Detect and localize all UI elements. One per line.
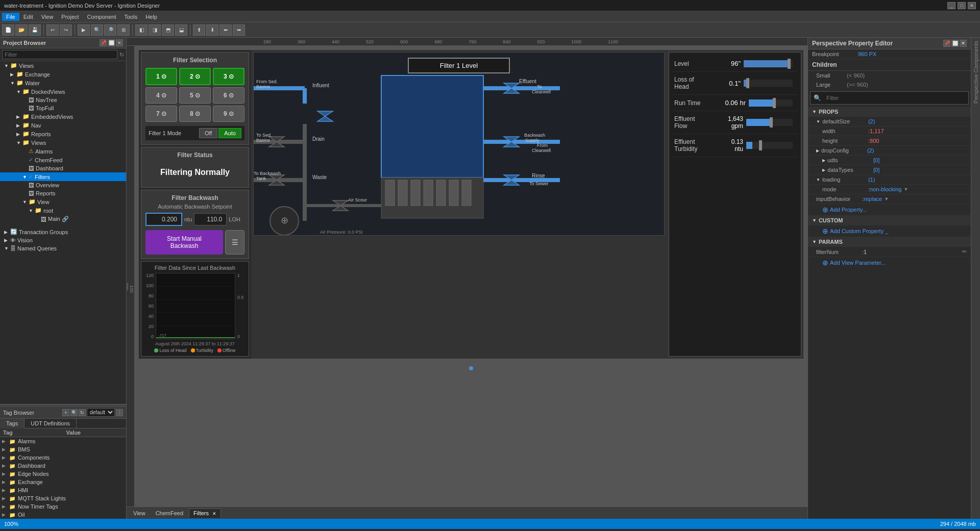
maximize-button[interactable]: □ bbox=[958, 2, 966, 9]
filter-btn-9[interactable]: 9 ⊙ bbox=[213, 106, 244, 122]
menu-edit[interactable]: Edit bbox=[19, 13, 37, 21]
toolbar-undo[interactable]: ↩ bbox=[46, 24, 59, 36]
toolbar-move-down[interactable]: ⬇ bbox=[206, 24, 218, 36]
panel-expand[interactable]: ⬜ bbox=[108, 39, 115, 46]
params-add-view-param-link[interactable]: ⊕ Add View Parameter... bbox=[808, 257, 971, 268]
menu-help[interactable]: Help bbox=[141, 13, 161, 21]
tree-transaction-groups[interactable]: ▶ 🔄 Transaction Groups bbox=[0, 227, 126, 236]
tab-close-filters[interactable]: ✕ bbox=[212, 511, 216, 516]
custom-add-property-link[interactable]: ⊕ Add Custom Property _ bbox=[808, 225, 971, 237]
tag-refresh-btn[interactable]: ↻ bbox=[79, 409, 86, 416]
toolbar-move-up[interactable]: ⬆ bbox=[193, 24, 205, 36]
tree-main[interactable]: 🖼 Main 🔗 bbox=[0, 215, 126, 223]
tree-views[interactable]: ▼ 📁 Views bbox=[0, 61, 126, 70]
tree-reports-folder[interactable]: ▶ 📁 Reports bbox=[0, 130, 126, 138]
tree-view-folder[interactable]: ▼ 📁 View bbox=[0, 197, 126, 206]
custom-section-header[interactable]: ▼ CUSTOM bbox=[808, 215, 971, 225]
toolbar-move-left[interactable]: ⬅ bbox=[219, 24, 232, 36]
panel-pin[interactable]: 📌 bbox=[100, 39, 107, 46]
bottom-tab-filters[interactable]: Filters ✕ bbox=[189, 509, 221, 518]
tree-filters[interactable]: ▼ ✓ Filters bbox=[0, 172, 126, 181]
filternum-controls[interactable]: ✏ bbox=[867, 248, 967, 255]
toolbar-zoom-in[interactable]: 🔍 bbox=[91, 24, 103, 36]
toolbar-new[interactable]: 📄 bbox=[2, 24, 14, 36]
filter-btn-4[interactable]: 4 ⊙ bbox=[145, 87, 177, 104]
prop-inputbehavior-dropdown[interactable]: ▼ bbox=[884, 196, 889, 201]
tag-search-btn[interactable]: 🔍 bbox=[70, 409, 78, 416]
tag-row-now-timer[interactable]: ▶ 📁 Now Timer Tags bbox=[0, 502, 126, 511]
toolbar-align-left[interactable]: ◧ bbox=[135, 24, 148, 36]
filter-btn-8[interactable]: 8 ⊙ bbox=[179, 106, 211, 122]
prop-close-btn[interactable]: ✕ bbox=[960, 40, 967, 47]
filter-btn-5[interactable]: 5 ⊙ bbox=[179, 87, 211, 104]
canvas-viewport[interactable]: Filter Selection 1 ⊙ 2 ⊙ 3 ⊙ 4 ⊙ 5 ⊙ 6 ⊙… bbox=[135, 46, 807, 507]
toolbar-redo[interactable]: ↪ bbox=[60, 24, 72, 36]
project-refresh-btn[interactable]: ↻ bbox=[119, 52, 124, 58]
params-section-header[interactable]: ▼ PARAMS bbox=[808, 237, 971, 247]
tag-tab-udt[interactable]: UDT Definitions bbox=[24, 419, 77, 428]
tree-embeddedviews[interactable]: ▶ 📁 EmbeddedViews bbox=[0, 112, 126, 121]
prop-editor-controls[interactable]: 📌 ⬜ ✕ bbox=[943, 40, 967, 47]
toolbar-align-bottom[interactable]: ⬓ bbox=[175, 24, 187, 36]
bottom-tab-chemfeed[interactable]: ChemFeed bbox=[151, 509, 188, 518]
tag-row-edge-nodes[interactable]: ▶ 📁 Edge Nodes bbox=[0, 470, 126, 478]
tag-row-mqtt[interactable]: ▶ 📁 MQTT Stack Lights bbox=[0, 494, 126, 502]
tree-dashboard[interactable]: 🖼 Dashboard bbox=[0, 164, 126, 172]
tag-row-dashboard[interactable]: ▶ 📁 Dashboard bbox=[0, 462, 126, 470]
menu-file[interactable]: File bbox=[2, 13, 19, 21]
tree-vision[interactable]: ▶ 👁 Vision bbox=[0, 236, 126, 244]
tree-overview[interactable]: 🖼 Overview bbox=[0, 181, 126, 189]
tag-browser-controls[interactable]: + 🔍 ↻ default ⋮ bbox=[62, 408, 123, 417]
tag-row-exchange[interactable]: ▶ 📁 Exchange bbox=[0, 478, 126, 486]
project-search-input[interactable] bbox=[2, 50, 117, 59]
tree-exchange[interactable]: ▶ 📁 Exchange bbox=[0, 70, 126, 79]
tag-row-bms[interactable]: ▶ 📁 BMS bbox=[0, 445, 126, 453]
tree-root[interactable]: ▼ 📁 root bbox=[0, 206, 126, 215]
tree-reports[interactable]: 🖼 Reports bbox=[0, 189, 126, 197]
tree-dockedviews[interactable]: ▼ 📁 DockedViews bbox=[0, 87, 126, 96]
tag-row-alarms[interactable]: ▶ 📁 Alarms bbox=[0, 437, 126, 445]
tree-water[interactable]: ▼ 📁 Water bbox=[0, 79, 126, 87]
filter-btn-1[interactable]: 1 ⊙ bbox=[145, 68, 177, 85]
backwash-ntu-input[interactable] bbox=[145, 213, 182, 226]
filter-btn-2[interactable]: 2 ⊙ bbox=[179, 68, 211, 85]
toolbar-align-top[interactable]: ⬒ bbox=[162, 24, 174, 36]
filter-btn-6[interactable]: 6 ⊙ bbox=[213, 87, 244, 104]
filter-btn-7[interactable]: 7 ⊙ bbox=[145, 106, 177, 122]
menu-component[interactable]: Component bbox=[83, 13, 120, 21]
tree-named-queries[interactable]: ▼ 🗄 Named Queries bbox=[0, 244, 126, 252]
mode-auto-btn[interactable]: Auto bbox=[218, 128, 241, 138]
close-button[interactable]: ✕ bbox=[968, 2, 976, 9]
tag-more-btn[interactable]: ⋮ bbox=[116, 409, 123, 416]
panel-controls[interactable]: 📌 ⬜ ✕ bbox=[100, 39, 123, 46]
tree-topfull[interactable]: 🖼 TopFull bbox=[0, 104, 126, 112]
props-section-header[interactable]: ▼ PROPS bbox=[808, 107, 971, 117]
tree-views2[interactable]: ▼ 📁 Views bbox=[0, 138, 126, 147]
tag-default-select[interactable]: default bbox=[87, 408, 115, 417]
bottom-tab-view[interactable]: View bbox=[129, 509, 150, 518]
prop-add-property-link[interactable]: ⊕ Add Property... bbox=[808, 204, 971, 215]
prop-expand-btn[interactable]: ⬜ bbox=[951, 40, 959, 47]
filter-btn-3[interactable]: 3 ⊙ bbox=[213, 68, 244, 85]
backwash-loh-input[interactable] bbox=[194, 213, 227, 225]
tree-chemfeed[interactable]: ✓ ChemFeed bbox=[0, 156, 126, 164]
tag-row-components[interactable]: ▶ 📁 Components bbox=[0, 453, 126, 462]
tree-alarms[interactable]: ⚠ Alarms bbox=[0, 147, 126, 156]
prop-mode-dropdown[interactable]: ▼ bbox=[903, 187, 908, 192]
toolbar-zoom-out[interactable]: 🔎 bbox=[104, 24, 116, 36]
menu-tools[interactable]: Tools bbox=[120, 13, 141, 21]
minimize-button[interactable]: _ bbox=[947, 2, 955, 9]
tree-nav[interactable]: ▶ 📁 Nav bbox=[0, 121, 126, 130]
tag-add-btn[interactable]: + bbox=[62, 409, 69, 416]
tag-row-hmi[interactable]: ▶ 📁 HMI bbox=[0, 486, 126, 494]
toolbar-save[interactable]: 💾 bbox=[29, 24, 41, 36]
tree-navtree[interactable]: 🖼 NavTree bbox=[0, 96, 126, 104]
menu-view[interactable]: View bbox=[37, 13, 58, 21]
prop-pin-btn[interactable]: 📌 bbox=[943, 40, 950, 47]
prop-filter-input[interactable] bbox=[823, 93, 965, 103]
toolbar-align-right[interactable]: ◨ bbox=[149, 24, 161, 36]
toolbar-open[interactable]: 📂 bbox=[15, 24, 28, 36]
panel-close[interactable]: ✕ bbox=[116, 39, 123, 46]
filternum-edit-icon[interactable]: ✏ bbox=[962, 248, 967, 255]
tag-tab-tags[interactable]: Tags bbox=[0, 419, 24, 428]
